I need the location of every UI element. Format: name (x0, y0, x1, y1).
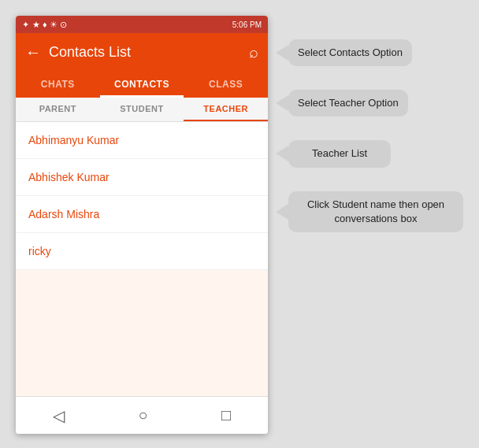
annotations-panel: Select Contacts Option Select Teacher Op… (276, 16, 463, 232)
outer-wrapper: ✦ ★ ♦ ☀ ⊙ 5:06 PM ← Contacts List ⌕ CHAT… (0, 0, 479, 448)
annotation-bubble: Click Student name then open conversatio… (288, 191, 463, 232)
arrow-icon (276, 45, 288, 61)
list-item[interactable]: ricky (16, 233, 268, 270)
status-bar: ✦ ★ ♦ ☀ ⊙ 5:06 PM (16, 16, 268, 33)
status-bar-right: 5:06 PM (232, 20, 262, 29)
annotation-bubble: Teacher List (288, 140, 391, 167)
arrow-icon (276, 95, 288, 111)
contact-name: Abhimanyu Kumar (28, 134, 119, 146)
empty-area (16, 270, 268, 396)
arrow-icon (276, 204, 288, 220)
back-nav-icon[interactable]: ◁ (53, 406, 65, 425)
sub-tabs: PARENT STUDENT TEACHER (16, 98, 268, 122)
sub-tab-teacher[interactable]: TEACHER (184, 98, 268, 121)
tab-class[interactable]: CLASS (184, 71, 268, 98)
app-bar-title: Contacts List (49, 44, 249, 61)
phone-frame: ✦ ★ ♦ ☀ ⊙ 5:06 PM ← Contacts List ⌕ CHAT… (16, 16, 268, 434)
app-bar: ← Contacts List ⌕ (16, 33, 268, 71)
annotation-click-student: Click Student name then open conversatio… (276, 191, 463, 232)
bluetooth-icon: ✦ (22, 20, 29, 30)
contact-list: Abhimanyu Kumar Abhishek Kumar Adarsh Mi… (16, 122, 268, 396)
status-icons: ★ ♦ ☀ ⊙ (32, 20, 67, 30)
back-button[interactable]: ← (25, 43, 41, 61)
list-item[interactable]: Abhimanyu Kumar (16, 122, 268, 159)
sub-tab-student[interactable]: STUDENT (100, 98, 184, 121)
contact-name: Abhishek Kumar (28, 171, 110, 183)
home-nav-icon[interactable]: ○ (138, 406, 147, 424)
menu-nav-icon[interactable]: □ (221, 406, 231, 424)
tab-chats[interactable]: CHATS (16, 71, 100, 98)
search-icon[interactable]: ⌕ (249, 43, 258, 61)
annotation-bubble: Select Contacts Option (288, 39, 412, 66)
contact-name: ricky (28, 245, 51, 257)
status-time: 5:06 PM (232, 20, 262, 29)
annotation-teacher-list: Teacher List (276, 140, 463, 167)
annotation-select-contacts: Select Contacts Option (276, 39, 463, 66)
list-item[interactable]: Abhishek Kumar (16, 159, 268, 196)
annotation-select-teacher: Select Teacher Option (276, 90, 463, 117)
tab-contacts[interactable]: CONTACTS (100, 71, 184, 98)
contact-name: Adarsh Mishra (28, 208, 99, 220)
arrow-icon (276, 146, 288, 161)
list-item[interactable]: Adarsh Mishra (16, 196, 268, 233)
status-bar-left: ✦ ★ ♦ ☀ ⊙ (22, 20, 67, 30)
main-tabs: CHATS CONTACTS CLASS (16, 71, 268, 98)
sub-tab-parent[interactable]: PARENT (16, 98, 100, 121)
nav-bar: ◁ ○ □ (16, 396, 268, 434)
annotation-bubble: Select Teacher Option (288, 90, 408, 117)
